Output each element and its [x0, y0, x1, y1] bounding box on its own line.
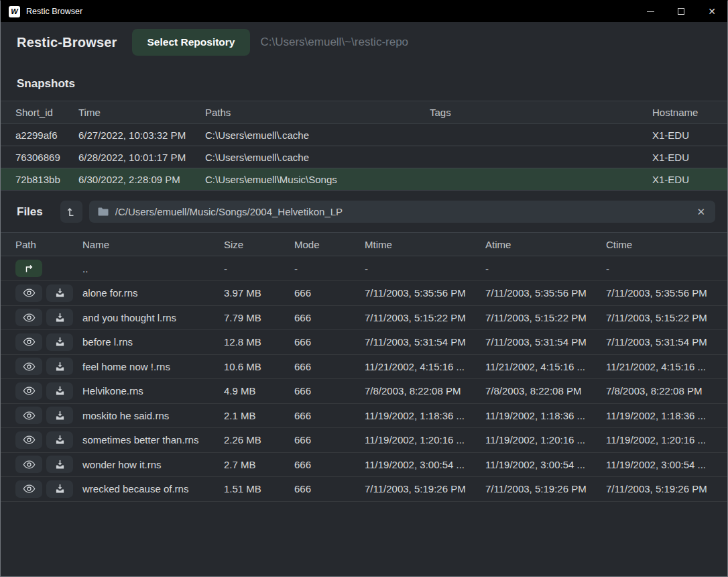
preview-file-button[interactable] [15, 358, 42, 375]
snapshot-row[interactable]: 72b813bb 6/30/2022, 2:28:09 PM C:\Users\… [1, 168, 727, 191]
file-mtime: - [365, 263, 485, 274]
files-column-header: Path [15, 239, 82, 250]
file-size: 2.1 MB [224, 410, 294, 421]
eye-icon [23, 411, 36, 420]
snapshots-column-header: Short_id [15, 107, 78, 118]
file-name: wrecked because of.rns [82, 483, 224, 494]
download-file-button[interactable] [46, 480, 73, 498]
file-atime: 7/11/2003, 5:35:56 PM [485, 287, 606, 299]
eye-icon [23, 460, 36, 469]
clear-path-button[interactable]: ✕ [695, 207, 707, 217]
snapshot-hostname: X1-EDU [652, 152, 727, 163]
folder-icon [98, 207, 109, 216]
download-icon [55, 484, 65, 494]
file-atime: 7/11/2003, 5:15:22 PM [485, 312, 606, 323]
preview-file-button[interactable] [15, 309, 42, 326]
file-ctime: 7/8/2003, 8:22:08 PM [606, 385, 727, 397]
snapshot-time: 6/30/2022, 2:28:09 PM [78, 174, 205, 185]
snapshot-row[interactable]: a2299af6 6/27/2022, 10:03:32 PM C:\Users… [1, 124, 727, 146]
file-mtime: 7/11/2003, 5:31:54 PM [365, 336, 485, 348]
file-name: moskito he said.rns [82, 410, 224, 421]
download-file-button[interactable] [46, 431, 73, 449]
snapshot-time: 6/27/2022, 10:03:32 PM [78, 129, 205, 141]
file-ctime: 11/19/2002, 1:20:16 ... [606, 434, 727, 445]
files-section-title: Files [17, 205, 43, 219]
file-mtime: 11/21/2002, 4:15:16 ... [365, 361, 485, 372]
snapshots-column-header: Paths [205, 107, 430, 118]
file-atime: 11/19/2002, 3:00:54 ... [485, 459, 606, 470]
preview-file-button[interactable] [15, 284, 42, 302]
current-path-input[interactable]: /C/Users/emuell/Music/Songs/2004_Helveti… [89, 201, 715, 223]
download-file-button[interactable] [46, 358, 73, 375]
download-icon [55, 337, 65, 347]
preview-file-button[interactable] [15, 407, 42, 424]
toolbar: Restic-Browser Select Repository C:\User… [1, 22, 727, 62]
file-row: alone for.rns 3.97 MB 666 7/11/2003, 5:3… [1, 281, 727, 306]
preview-file-button[interactable] [15, 382, 42, 400]
snapshots-section: Snapshots [1, 62, 727, 101]
download-file-button[interactable] [46, 333, 73, 351]
preview-file-button[interactable] [15, 431, 42, 449]
file-mtime: 11/19/2002, 3:00:54 ... [365, 459, 485, 470]
eye-icon [23, 362, 36, 371]
parent-directory-button[interactable] [15, 260, 42, 277]
files-column-header: Ctime [606, 239, 727, 250]
select-repository-button[interactable]: Select Repository [132, 29, 251, 56]
file-mode: 666 [294, 312, 365, 323]
file-atime: 7/8/2003, 8:22:08 PM [485, 385, 606, 397]
file-ctime: - [606, 263, 727, 274]
snapshot-short-id: a2299af6 [15, 129, 78, 141]
files-column-header: Atime [485, 239, 606, 250]
file-name: sometimes better than.rns [82, 434, 224, 445]
eye-icon [23, 313, 36, 322]
app-window: W Restic Browser ✕ Restic-Browser Select… [0, 0, 728, 577]
file-size: 3.97 MB [224, 287, 294, 299]
file-name: and you thought l.rns [82, 312, 224, 323]
snapshot-row[interactable]: 76306869 6/28/2022, 10:01:17 PM C:\Users… [1, 146, 727, 168]
snapshots-column-header: Tags [430, 107, 652, 118]
file-atime: 11/21/2002, 4:15:16 ... [485, 361, 606, 372]
files-column-header: Size [224, 239, 294, 250]
download-file-button[interactable] [46, 407, 73, 424]
download-file-button[interactable] [46, 284, 73, 302]
download-file-button[interactable] [46, 382, 73, 400]
maximize-button[interactable] [666, 1, 696, 22]
file-mode: - [294, 263, 365, 274]
arrow-up-from-line-icon [66, 207, 76, 217]
snapshots-column-header: Time [78, 107, 205, 118]
preview-file-button[interactable] [15, 333, 42, 351]
file-ctime: 11/19/2002, 1:18:36 ... [606, 410, 727, 421]
window-controls: ✕ [635, 1, 727, 22]
root-directory-button[interactable] [60, 201, 82, 223]
maximize-icon [678, 8, 684, 15]
arrow-up-right-icon [23, 264, 34, 273]
file-mode: 666 [294, 287, 365, 299]
app-title: Restic-Browser [17, 35, 117, 50]
file-mode: 666 [294, 336, 365, 348]
close-icon: ✕ [708, 7, 716, 16]
download-icon [55, 362, 65, 372]
snapshot-short-id: 76306869 [15, 152, 78, 163]
parent-directory-row: .. - - - - - [1, 256, 727, 281]
file-mtime: 7/11/2003, 5:19:26 PM [365, 483, 485, 494]
preview-file-button[interactable] [15, 480, 42, 498]
minimize-button[interactable] [635, 1, 666, 22]
preview-file-button[interactable] [15, 456, 42, 473]
download-file-button[interactable] [46, 309, 73, 326]
file-mode: 666 [294, 459, 365, 470]
file-atime: 11/19/2002, 1:20:16 ... [485, 434, 606, 445]
eye-icon [23, 288, 36, 297]
eye-icon [23, 484, 36, 493]
download-file-button[interactable] [46, 456, 73, 473]
file-size: 2.7 MB [224, 459, 294, 470]
file-atime: 7/11/2003, 5:19:26 PM [485, 483, 606, 494]
file-name: feel home now !.rns [82, 361, 224, 372]
snapshot-hostname: X1-EDU [652, 174, 727, 185]
close-button[interactable]: ✕ [696, 1, 727, 22]
download-icon [55, 313, 65, 323]
download-icon [55, 435, 65, 445]
file-row: sometimes better than.rns 2.26 MB 666 11… [1, 428, 727, 453]
file-mtime: 7/11/2003, 5:35:56 PM [365, 287, 485, 299]
eye-icon [23, 337, 36, 346]
file-row: feel home now !.rns 10.6 MB 666 11/21/20… [1, 355, 727, 380]
